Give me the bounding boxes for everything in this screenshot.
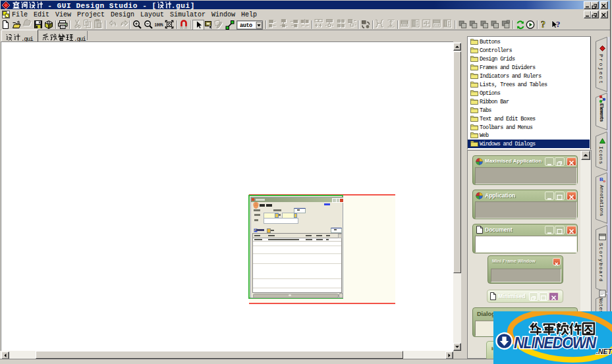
svg-text:NLINEDOWN: NLINEDOWN <box>514 334 596 351</box>
svg-text:?: ? <box>556 19 561 29</box>
svg-text:o: o <box>603 179 606 183</box>
svg-text:.NET: .NET <box>596 348 612 355</box>
svg-text:?: ? <box>541 20 545 30</box>
svg-text:100%: 100% <box>155 22 163 28</box>
svg-text:auto: auto <box>240 22 252 29</box>
